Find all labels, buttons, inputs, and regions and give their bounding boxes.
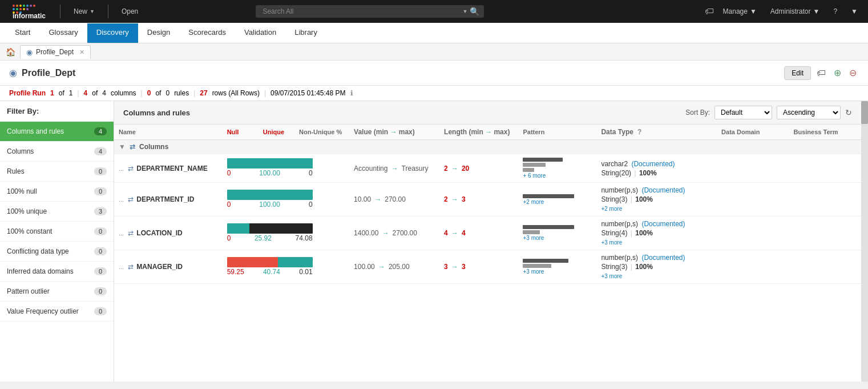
len-arrow-dept-name: → <box>451 165 458 173</box>
toolbar-right: Sort By: Default Name Null % Unique % As… <box>685 106 852 119</box>
refresh-button[interactable]: ↻ <box>845 108 852 117</box>
cell-pattern-dept-name: + 6 more <box>518 154 596 183</box>
open-button[interactable]: Open <box>117 5 143 18</box>
expand-columns-icon[interactable]: ▼ <box>119 143 126 151</box>
admin-button[interactable]: Administrator ▼ <box>766 5 825 18</box>
svg-point-8 <box>16 8 18 10</box>
nonunique-val-dept-id: 0 <box>309 200 313 208</box>
nav-divider-1 <box>60 5 60 18</box>
home-icon[interactable]: 🏠 <box>6 47 15 57</box>
search-input[interactable] <box>260 5 462 18</box>
cell-dtype-loc-id: number(p,s) (Documented) String(4) | 100… <box>596 216 717 250</box>
close-tab-button[interactable]: ✕ <box>79 49 84 56</box>
remove-button[interactable]: ⊖ <box>847 65 859 81</box>
more-link-mgr-id[interactable]: +3 more <box>523 268 544 275</box>
edit-button[interactable]: Edit <box>784 66 811 80</box>
dtype1-loc-id: number(p,s) <box>601 220 638 228</box>
rules-of: of <box>155 89 161 97</box>
more-chevron-icon: ▼ <box>851 7 858 15</box>
dtype-row1-dept-name: varchar2 (Documented) <box>601 160 712 168</box>
cell-bars-mgr-id: 59.25 40.74 0.01 <box>223 250 349 284</box>
more-link-dept-name[interactable]: + 6 more <box>523 173 546 179</box>
admin-label: Administrator <box>770 7 811 15</box>
dtype-cell-mgr-id: number(p,s) (Documented) String(3) | 100… <box>601 254 712 280</box>
profile-run-of: of <box>59 89 64 97</box>
table-header-row: Name Null Unique Non-Unique % Value (min… <box>114 125 861 140</box>
col-name-text-dept-name: DEPARTMENT_NAME <box>136 165 207 173</box>
add-button[interactable]: ⊕ <box>831 65 843 81</box>
th-datatype-help-icon[interactable]: ? <box>637 128 641 136</box>
th-value-text: Value (min <box>354 128 390 136</box>
breadcrumb-bar: 🏠 ◉ Profile_Dept ✕ <box>0 43 868 61</box>
unique-pct-mgr-id: 40.74 <box>263 268 280 276</box>
more-link-loc-id[interactable]: +3 more <box>523 235 544 241</box>
table-row: ... ⇄ MANAGER_ID 59.25 <box>114 250 861 284</box>
sort-order-select[interactable]: Ascending Descending <box>777 106 841 119</box>
dtype-more-link-mgr-id[interactable]: +3 more <box>601 273 622 279</box>
search-dropdown-icon[interactable]: ▼ <box>462 9 467 14</box>
col-name-text-loc-id: LOCATION_ID <box>136 229 182 237</box>
filter-item-inferred[interactable]: Inferred data domains 0 <box>0 262 114 282</box>
new-button[interactable]: New ▼ <box>69 5 99 18</box>
scrollbar-thumb[interactable] <box>861 101 868 124</box>
unique-pct-dept-id: 100.00 <box>259 200 280 208</box>
cell-bars-dept-name: 0 100.00 0 <box>223 154 349 183</box>
profile-run-total: 1 <box>69 89 73 97</box>
tag-button[interactable]: 🏷 <box>814 66 828 81</box>
th-null: Null <box>223 125 259 140</box>
tab-start[interactable]: Start <box>6 23 39 43</box>
more-button[interactable]: ▼ <box>846 5 862 18</box>
tab-scorecards[interactable]: Scorecards <box>179 23 235 43</box>
tab-discovery[interactable]: Discovery <box>87 23 138 43</box>
tab-library[interactable]: Library <box>285 23 326 43</box>
tab-glossary[interactable]: Glossary <box>39 23 87 43</box>
new-chevron-icon: ▼ <box>90 9 95 14</box>
cell-value-mgr-id: 100.00 → 205.00 <box>349 250 439 284</box>
filter-item-constant100[interactable]: 100% constant 0 <box>0 222 114 242</box>
tab-validation[interactable]: Validation <box>235 23 285 43</box>
filter-item-columns-and-rules[interactable]: Columns and rules 4 <box>0 122 114 142</box>
filter-item-unique100[interactable]: 100% unique 3 <box>0 202 114 222</box>
row-menu-loc-id[interactable]: ... <box>119 230 124 236</box>
filter-item-value-freq[interactable]: Value Frequency outlier 0 <box>0 302 114 322</box>
len-max-dept-name: 20 <box>462 165 469 173</box>
filter-item-conflicting[interactable]: Conflicting data type 0 <box>0 242 114 262</box>
group-row-columns: ▼ ⇄ Columns <box>114 140 861 154</box>
dtype-more-link-dept-id[interactable]: +2 more <box>601 206 622 212</box>
more-link-dept-id[interactable]: +2 more <box>523 199 544 205</box>
col-icon-dept-id: ⇄ <box>128 195 134 203</box>
dtype1-doc-dept-name: (Documented) <box>631 160 675 168</box>
filter-item-null100[interactable]: 100% null 0 <box>0 182 114 202</box>
page-title: Profile_Dept <box>22 68 75 78</box>
val-arrow-dept-name: → <box>391 165 398 173</box>
rules-label: rules <box>174 89 189 97</box>
filter-label-columns-and-rules: Columns and rules <box>7 127 64 135</box>
dtype-more-link-loc-id[interactable]: +3 more <box>601 239 622 246</box>
filter-item-pattern-outlier[interactable]: Pattern outlier 0 <box>0 282 114 302</box>
content-toolbar: Columns and rules Sort By: Default Name … <box>114 101 861 125</box>
breadcrumb-tab[interactable]: ◉ Profile_Dept ✕ <box>20 45 91 59</box>
tab-design[interactable]: Design <box>138 23 179 43</box>
col-group-icon: ⇄ <box>130 143 135 151</box>
info-icon[interactable]: ℹ <box>350 89 353 97</box>
help-button[interactable]: ? <box>829 5 842 18</box>
filter-count-value-freq: 0 <box>94 307 107 315</box>
unique-pct-dept-name: 100.00 <box>259 169 280 177</box>
filter-item-columns[interactable]: Columns 4 <box>0 142 114 162</box>
len-max-dept-id: 3 <box>462 195 466 203</box>
dtype-pipe-dept-id: | <box>631 195 632 203</box>
row-menu-dept-name[interactable]: ... <box>119 165 124 172</box>
cell-length-loc-id: 4 → 4 <box>439 216 518 250</box>
scrollbar-track[interactable] <box>861 101 868 382</box>
svg-point-0 <box>13 5 15 7</box>
manage-button[interactable]: Manage ▼ <box>718 5 761 18</box>
row-menu-dept-id[interactable]: ... <box>119 196 124 203</box>
dtype-pct-loc-id: 100% <box>635 229 653 237</box>
cell-name-dept-id: ... ⇄ DEPARTMENT_ID <box>114 183 223 216</box>
cell-length-dept-id: 2 → 3 <box>439 183 518 216</box>
filter-item-rules[interactable]: Rules 0 <box>0 162 114 182</box>
sort-by-select[interactable]: Default Name Null % Unique % <box>714 106 772 119</box>
row-menu-mgr-id[interactable]: ... <box>119 263 124 270</box>
col-name-text-mgr-id: MANAGER_ID <box>136 263 183 271</box>
search-button[interactable]: 🔍 <box>470 7 479 16</box>
